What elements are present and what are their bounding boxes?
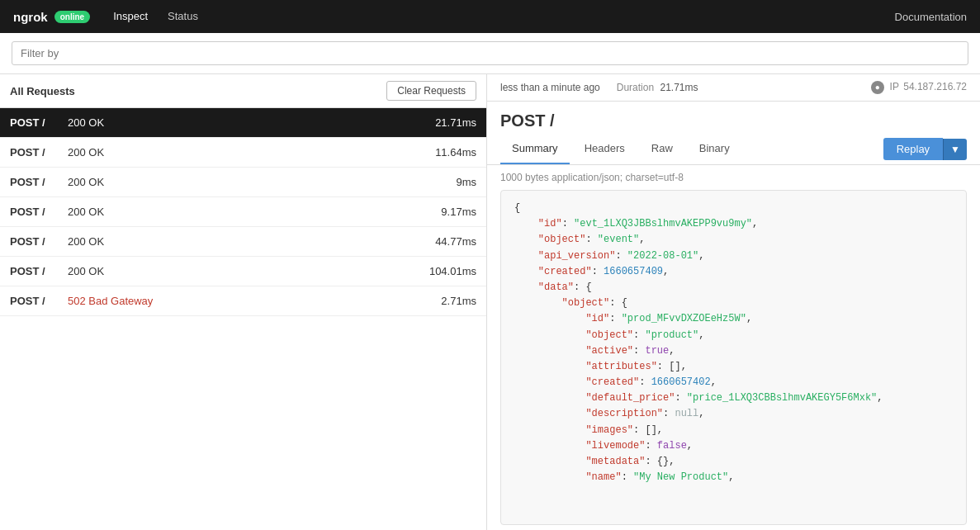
tab-headers[interactable]: Headers [573,134,637,164]
request-row[interactable]: POST / 200 OK 21.71ms [0,108,486,138]
req-duration: 9.17ms [410,206,476,218]
req-duration: 44.77ms [410,235,476,248]
json-viewer[interactable]: { "id": "evt_1LXQ3JBBslhmvAKEPP9vu9my", … [500,190,967,525]
request-row[interactable]: POST / 200 OK 9.17ms [0,197,486,227]
req-duration: 9ms [410,176,476,188]
nav-status[interactable]: Status [158,0,208,33]
meta-ip: ● IP 54.187.216.72 [871,81,967,94]
filter-input[interactable] [12,41,968,65]
req-method: POST / [10,176,68,188]
all-requests-title: All Requests [10,85,75,97]
req-status: 200 OK [68,235,410,248]
replay-dropdown-button[interactable]: ▼ [943,139,967,160]
request-row[interactable]: POST / 200 OK 44.77ms [0,227,486,257]
request-row[interactable]: POST / 502 Bad Gateway 2.71ms [0,286,486,316]
tab-binary[interactable]: Binary [688,134,741,164]
request-row[interactable]: POST / 200 OK 104.01ms [0,257,486,286]
tab-raw[interactable]: Raw [640,134,684,164]
main-layout: All Requests Clear Requests POST / 200 O… [0,74,980,530]
request-title: POST / [487,102,980,134]
right-panel: less than a minute ago Duration 21.71ms … [487,74,980,530]
left-panel: All Requests Clear Requests POST / 200 O… [0,74,487,530]
duration-value: 21.71ms [660,82,698,93]
meta-duration: Duration 21.71ms [617,82,698,93]
online-badge: online [54,11,90,23]
tabs-bar: Summary Headers Raw Binary Replay ▼ [487,134,980,165]
nav-inspect[interactable]: Inspect [103,0,158,33]
replay-group: Replay ▼ [883,138,967,160]
req-duration: 11.64ms [410,146,476,159]
req-status: 502 Bad Gateway [68,295,410,307]
ip-label: IP [890,81,899,92]
req-status: 200 OK [68,265,410,277]
request-row[interactable]: POST / 200 OK 9ms [0,168,486,197]
request-meta: less than a minute ago Duration 21.71ms … [487,74,980,102]
req-duration: 21.71ms [410,116,476,129]
duration-label: Duration [617,82,654,93]
req-method: POST / [10,265,68,277]
ip-value: 54.187.216.72 [903,81,967,92]
req-method: POST / [10,206,68,218]
req-method: POST / [10,116,68,129]
tab-summary[interactable]: Summary [500,134,570,164]
doc-link[interactable]: Documentation [895,11,967,23]
request-row[interactable]: POST / 200 OK 11.64ms [0,138,486,168]
content-info: 1000 bytes application/json; charset=utf… [487,165,980,190]
replay-button[interactable]: Replay [883,138,943,160]
req-method: POST / [10,235,68,248]
req-duration: 104.01ms [410,265,476,277]
brand-logo: ngrok [13,10,48,24]
req-status: 200 OK [68,176,410,188]
filter-bar [0,33,980,74]
req-method: POST / [10,146,68,159]
left-header: All Requests Clear Requests [0,74,486,108]
meta-timestamp: less than a minute ago [500,82,600,93]
req-status: 200 OK [68,116,410,129]
req-method: POST / [10,295,68,307]
req-duration: 2.71ms [410,295,476,307]
user-icon: ● [871,81,884,94]
clear-requests-button[interactable]: Clear Requests [386,81,476,101]
requests-list: POST / 200 OK 21.71ms POST / 200 OK 11.6… [0,108,486,530]
navbar: ngrok online Inspect Status Documentatio… [0,0,980,33]
req-status: 200 OK [68,206,410,218]
req-status: 200 OK [68,146,410,159]
